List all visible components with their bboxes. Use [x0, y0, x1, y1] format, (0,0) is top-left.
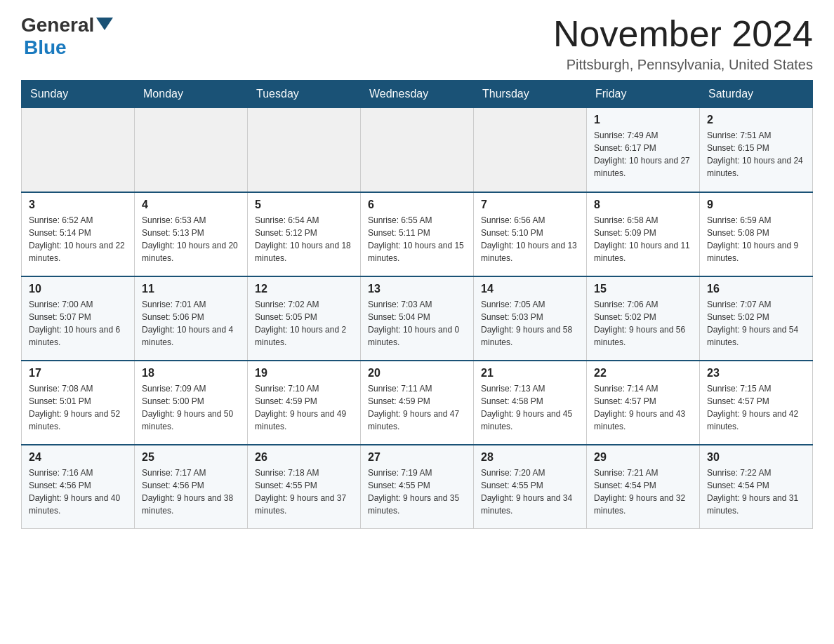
title-block: November 2024 Pittsburgh, Pennsylvania, … [553, 14, 813, 73]
day-number: 15 [594, 283, 692, 295]
day-number: 1 [594, 114, 692, 126]
calendar-cell: 12Sunrise: 7:02 AMSunset: 5:05 PMDayligh… [248, 276, 361, 361]
day-info: Sunrise: 6:55 AMSunset: 5:11 PMDaylight:… [368, 214, 466, 264]
calendar-cell: 21Sunrise: 7:13 AMSunset: 4:58 PMDayligh… [474, 361, 587, 445]
calendar-cell: 24Sunrise: 7:16 AMSunset: 4:56 PMDayligh… [22, 445, 135, 529]
day-number: 25 [142, 451, 240, 464]
calendar-cell: 30Sunrise: 7:22 AMSunset: 4:54 PMDayligh… [700, 445, 813, 529]
calendar-cell: 29Sunrise: 7:21 AMSunset: 4:54 PMDayligh… [587, 445, 700, 529]
day-number: 8 [594, 199, 692, 211]
calendar-cell: 8Sunrise: 6:58 AMSunset: 5:09 PMDaylight… [587, 192, 700, 276]
day-number: 17 [29, 367, 127, 380]
calendar-title: November 2024 [553, 14, 813, 54]
day-number: 4 [142, 199, 240, 211]
calendar-cell: 15Sunrise: 7:06 AMSunset: 5:02 PMDayligh… [587, 276, 700, 361]
calendar-cell: 2Sunrise: 7:51 AMSunset: 6:15 PMDaylight… [700, 108, 813, 192]
day-of-week-header: Monday [135, 81, 248, 108]
calendar-cell: 26Sunrise: 7:18 AMSunset: 4:55 PMDayligh… [248, 445, 361, 529]
logo-general-text: General [21, 14, 94, 36]
day-number: 2 [707, 114, 805, 126]
day-info: Sunrise: 7:18 AMSunset: 4:55 PMDaylight:… [255, 467, 353, 517]
day-number: 16 [707, 283, 805, 295]
calendar-cell: 3Sunrise: 6:52 AMSunset: 5:14 PMDaylight… [22, 192, 135, 276]
day-number: 21 [481, 367, 579, 380]
calendar-week-row: 3Sunrise: 6:52 AMSunset: 5:14 PMDaylight… [22, 192, 813, 276]
day-info: Sunrise: 7:11 AMSunset: 4:59 PMDaylight:… [368, 382, 466, 433]
calendar-cell: 6Sunrise: 6:55 AMSunset: 5:11 PMDaylight… [361, 192, 474, 276]
day-of-week-header: Wednesday [361, 81, 474, 108]
day-number: 12 [255, 283, 353, 295]
calendar-cell: 22Sunrise: 7:14 AMSunset: 4:57 PMDayligh… [587, 361, 700, 445]
day-of-week-header: Friday [587, 81, 700, 108]
calendar-week-row: 17Sunrise: 7:08 AMSunset: 5:01 PMDayligh… [22, 361, 813, 445]
calendar-table: SundayMondayTuesdayWednesdayThursdayFrid… [21, 80, 813, 529]
day-info: Sunrise: 6:59 AMSunset: 5:08 PMDaylight:… [707, 214, 805, 264]
calendar-cell [135, 108, 248, 192]
day-info: Sunrise: 6:52 AMSunset: 5:14 PMDaylight:… [29, 214, 127, 264]
day-of-week-header: Thursday [474, 81, 587, 108]
day-info: Sunrise: 7:19 AMSunset: 4:55 PMDaylight:… [368, 467, 466, 517]
calendar-cell: 5Sunrise: 6:54 AMSunset: 5:12 PMDaylight… [248, 192, 361, 276]
day-number: 26 [255, 451, 353, 464]
logo: General Blue [21, 14, 113, 59]
calendar-cell: 27Sunrise: 7:19 AMSunset: 4:55 PMDayligh… [361, 445, 474, 529]
day-info: Sunrise: 7:01 AMSunset: 5:06 PMDaylight:… [142, 298, 240, 349]
day-info: Sunrise: 6:56 AMSunset: 5:10 PMDaylight:… [481, 214, 579, 264]
day-info: Sunrise: 7:22 AMSunset: 4:54 PMDaylight:… [707, 467, 805, 517]
logo-blue-text: Blue [24, 36, 67, 58]
calendar-cell: 18Sunrise: 7:09 AMSunset: 5:00 PMDayligh… [135, 361, 248, 445]
day-number: 24 [29, 451, 127, 464]
day-info: Sunrise: 7:51 AMSunset: 6:15 PMDaylight:… [707, 129, 805, 180]
day-number: 18 [142, 367, 240, 380]
day-info: Sunrise: 7:14 AMSunset: 4:57 PMDaylight:… [594, 382, 692, 433]
day-number: 27 [368, 451, 466, 464]
day-number: 13 [368, 283, 466, 295]
day-number: 6 [368, 199, 466, 211]
day-number: 29 [594, 451, 692, 464]
day-number: 9 [707, 199, 805, 211]
calendar-week-row: 1Sunrise: 7:49 AMSunset: 6:17 PMDaylight… [22, 108, 813, 192]
calendar-cell: 23Sunrise: 7:15 AMSunset: 4:57 PMDayligh… [700, 361, 813, 445]
day-info: Sunrise: 7:09 AMSunset: 5:00 PMDaylight:… [142, 382, 240, 433]
day-number: 23 [707, 367, 805, 380]
day-number: 19 [255, 367, 353, 380]
day-number: 22 [594, 367, 692, 380]
calendar-cell: 10Sunrise: 7:00 AMSunset: 5:07 PMDayligh… [22, 276, 135, 361]
calendar-cell: 25Sunrise: 7:17 AMSunset: 4:56 PMDayligh… [135, 445, 248, 529]
day-number: 5 [255, 199, 353, 211]
day-number: 28 [481, 451, 579, 464]
calendar-cell: 14Sunrise: 7:05 AMSunset: 5:03 PMDayligh… [474, 276, 587, 361]
day-of-week-header: Saturday [700, 81, 813, 108]
day-info: Sunrise: 7:16 AMSunset: 4:56 PMDaylight:… [29, 467, 127, 517]
day-info: Sunrise: 6:53 AMSunset: 5:13 PMDaylight:… [142, 214, 240, 264]
day-of-week-header: Tuesday [248, 81, 361, 108]
calendar-cell [22, 108, 135, 192]
calendar-cell [474, 108, 587, 192]
calendar-header-row: SundayMondayTuesdayWednesdayThursdayFrid… [22, 81, 813, 108]
day-info: Sunrise: 7:06 AMSunset: 5:02 PMDaylight:… [594, 298, 692, 349]
logo-arrow-icon [96, 18, 113, 30]
day-info: Sunrise: 7:15 AMSunset: 4:57 PMDaylight:… [707, 382, 805, 433]
day-info: Sunrise: 7:02 AMSunset: 5:05 PMDaylight:… [255, 298, 353, 349]
calendar-cell: 20Sunrise: 7:11 AMSunset: 4:59 PMDayligh… [361, 361, 474, 445]
day-info: Sunrise: 7:08 AMSunset: 5:01 PMDaylight:… [29, 382, 127, 433]
day-of-week-header: Sunday [22, 81, 135, 108]
day-number: 11 [142, 283, 240, 295]
day-number: 14 [481, 283, 579, 295]
day-info: Sunrise: 7:03 AMSunset: 5:04 PMDaylight:… [368, 298, 466, 349]
calendar-cell [248, 108, 361, 192]
calendar-week-row: 10Sunrise: 7:00 AMSunset: 5:07 PMDayligh… [22, 276, 813, 361]
calendar-cell: 28Sunrise: 7:20 AMSunset: 4:55 PMDayligh… [474, 445, 587, 529]
calendar-cell: 13Sunrise: 7:03 AMSunset: 5:04 PMDayligh… [361, 276, 474, 361]
day-info: Sunrise: 7:05 AMSunset: 5:03 PMDaylight:… [481, 298, 579, 349]
calendar-cell: 17Sunrise: 7:08 AMSunset: 5:01 PMDayligh… [22, 361, 135, 445]
header: General Blue November 2024 Pittsburgh, P… [21, 14, 813, 73]
calendar-cell: 16Sunrise: 7:07 AMSunset: 5:02 PMDayligh… [700, 276, 813, 361]
day-info: Sunrise: 7:10 AMSunset: 4:59 PMDaylight:… [255, 382, 353, 433]
day-number: 3 [29, 199, 127, 211]
day-number: 20 [368, 367, 466, 380]
day-info: Sunrise: 7:21 AMSunset: 4:54 PMDaylight:… [594, 467, 692, 517]
calendar-cell: 9Sunrise: 6:59 AMSunset: 5:08 PMDaylight… [700, 192, 813, 276]
calendar-cell: 7Sunrise: 6:56 AMSunset: 5:10 PMDaylight… [474, 192, 587, 276]
calendar-subtitle: Pittsburgh, Pennsylvania, United States [553, 57, 813, 73]
